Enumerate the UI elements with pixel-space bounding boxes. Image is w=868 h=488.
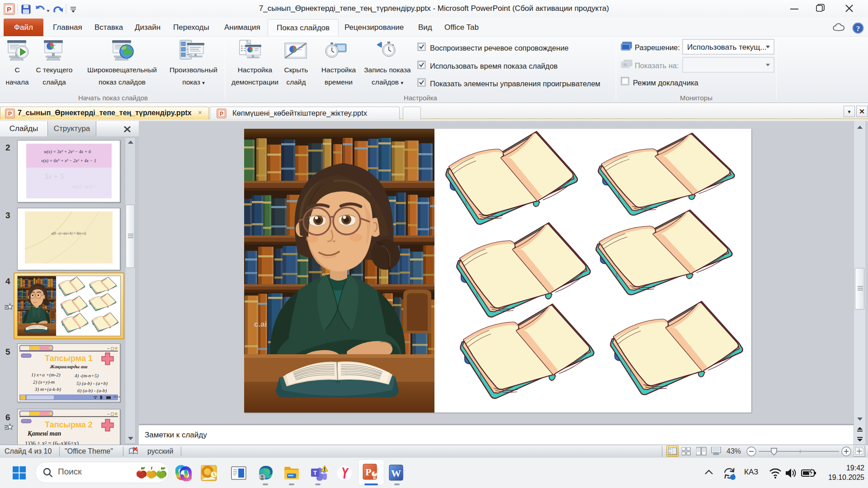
svg-text:?: ? (856, 24, 860, 33)
svg-text:Использовать текущ...: Использовать текущ... (687, 43, 766, 52)
svg-text:1) x+a +(m-2): 1) x+a +(m-2) (31, 372, 61, 378)
svg-text:w(x) = 3x³ + 2x² − 4x + 6: w(x) = 3x³ + 2x² − 4x + 6 (44, 149, 91, 155)
svg-text:Тапсырма 1: Тапсырма 1 (45, 354, 93, 363)
svg-text:2) (x+y)-m: 2) (x+y)-m (33, 379, 55, 385)
svg-text:P: P (365, 466, 371, 478)
svg-text:3) m+(a-k-b): 3) m+(a-k-b) (34, 386, 61, 392)
svg-text:– ◻: – ◻ (107, 412, 114, 416)
svg-text:Жақшаларды аш: Жақшаларды аш (50, 364, 88, 369)
svg-text:5) (a-b) - (a+b): 5) (a-b) - (a+b) (76, 380, 108, 386)
svg-text:W: W (391, 468, 401, 479)
svg-text:P: P (220, 111, 223, 117)
svg-text:T: T (313, 469, 317, 476)
svg-text:a(b−x)+x(a+b) = b(a+x): a(b−x)+x(a+b) = b(a+x) (52, 231, 86, 235)
svg-text:5x + 5: 5x + 5 (45, 173, 64, 180)
svg-text:19:1 кк: 19:1 кк (113, 395, 120, 398)
svg-text:w(x) · u(x) =: w(x) · u(x) = (72, 183, 97, 189)
svg-text:– ◻: – ◻ (107, 346, 114, 351)
svg-text:1)36 + x² = (6–x)(6+x): 1)36 + x² = (6–x)(6+x) (25, 440, 79, 445)
svg-text:P: P (8, 111, 12, 117)
svg-text:Тапсырма 2: Тапсырма 2 (45, 420, 93, 429)
svg-text:✻: ✻ (114, 346, 118, 351)
svg-text:6) (a-b) - (a-b): 6) (a-b) - (a-b) (77, 388, 107, 394)
svg-text:Қатені тап: Қатені тап (27, 430, 61, 437)
svg-text:✻: ✻ (114, 412, 118, 416)
svg-text:4) -(m-n+5): 4) -(m-n+5) (75, 373, 99, 379)
svg-text:v(x) = 6x⁵ + x³ − 2x² + 4x − 1: v(x) = 6x⁵ + x³ − 2x² + 4x − 1 (41, 158, 96, 164)
